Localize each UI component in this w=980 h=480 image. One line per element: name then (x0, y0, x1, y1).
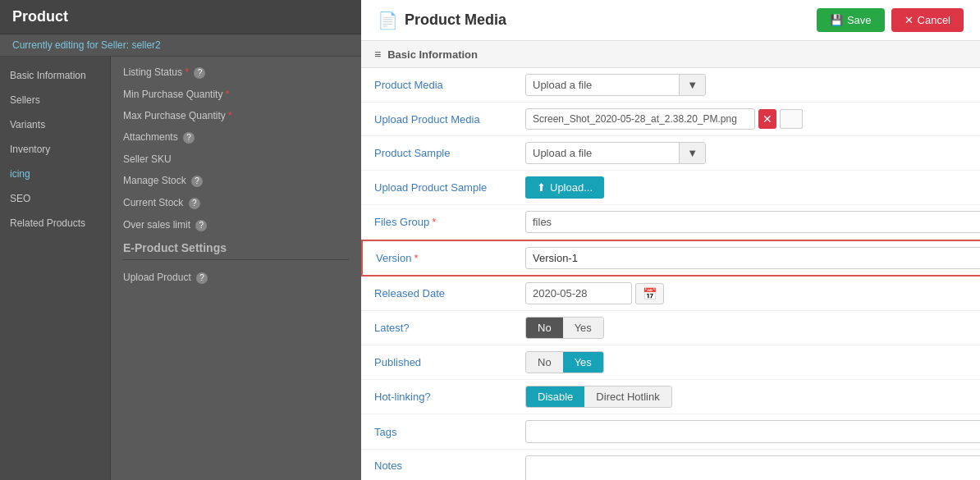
section-bar-icon: ≡ (374, 48, 381, 61)
upload-product-help-icon[interactable]: ? (196, 272, 208, 284)
header-buttons: 💾 Save ✕ Cancel (817, 8, 964, 32)
files-group-input[interactable] (525, 211, 980, 233)
attachments-field: Attachments ? (123, 131, 349, 144)
page-title: Product (0, 0, 361, 34)
published-toggle-group: No Yes (525, 351, 604, 373)
notes-textarea[interactable] (525, 455, 980, 480)
remove-file-button[interactable]: ✕ (758, 109, 776, 129)
current-stock-help-icon[interactable]: ? (189, 198, 200, 209)
latest-value: No Yes (525, 311, 980, 345)
sidebar-item-sellers[interactable]: Sellers (0, 88, 110, 112)
save-icon: 💾 (830, 14, 843, 26)
published-no-button[interactable]: No (526, 352, 563, 373)
current-stock-field: Current Stock ? (123, 197, 349, 209)
file-name-display: Screen_Shot_2020-05-28_at_2.38.20_PM.png (525, 108, 755, 130)
max-purchase-quantity-field: Max Purchase Quantity * (123, 110, 349, 121)
published-value: No Yes (525, 345, 980, 380)
product-sample-select[interactable]: Upload a file ▼ (525, 142, 706, 164)
version-label: Version * (361, 240, 525, 277)
upload-product-media-label: Upload Product Media (361, 103, 525, 136)
right-title: 📄 Product Media (378, 11, 506, 30)
upload-product-sample-label: Upload Product Sample (361, 171, 525, 205)
min-purchase-quantity-field: Min Purchase Quantity * (123, 89, 349, 100)
over-sales-limit-help-icon[interactable]: ? (195, 220, 207, 231)
sidebar-item-icing[interactable]: icing (0, 162, 110, 186)
hotlinking-label: Hot-linking? (361, 380, 525, 414)
released-date-value: 📅 (525, 277, 980, 311)
released-date-label: Released Date (361, 277, 525, 311)
sidebar-item-related-products[interactable]: Related Products (0, 211, 110, 235)
product-media-select[interactable]: Upload a file ▼ (525, 74, 706, 96)
nav-sidebar: Basic Information Sellers Variants Inven… (0, 57, 111, 480)
hotlinking-toggle-group: Disable Direct Hotlink (525, 386, 672, 408)
product-media-value: Upload a file ▼ (525, 68, 980, 103)
product-sample-dropdown-arrow[interactable]: ▼ (679, 143, 705, 163)
upload-sample-button[interactable]: ⬆ Upload... (525, 176, 604, 199)
notes-value (525, 450, 980, 480)
upload-product-field: Upload Product ? (123, 272, 349, 284)
cancel-icon: ✕ (904, 14, 914, 26)
right-body: ≡ Basic Information Product Media Upload… (361, 41, 980, 480)
sidebar-item-seo[interactable]: SEO (0, 186, 110, 211)
upload-icon: ⬆ (537, 181, 546, 194)
tags-value (525, 414, 980, 450)
listing-status-help-icon[interactable]: ? (194, 67, 205, 79)
seller-sku-field: Seller SKU (123, 153, 349, 165)
tags-input[interactable] (525, 420, 980, 443)
left-panel: Product Currently editing for Seller: se… (0, 0, 361, 480)
manage-stock-field: Manage Stock ? (123, 175, 349, 187)
latest-label: Latest? (361, 311, 525, 345)
upload-product-media-wrap: Screen_Shot_2020-05-28_at_2.38.20_PM.png… (525, 108, 803, 130)
calendar-button[interactable]: 📅 (635, 283, 664, 304)
files-group-label: Files Group * (361, 205, 525, 240)
sidebar-item-basic-information[interactable]: Basic Information (0, 63, 110, 88)
section-bar: ≡ Basic Information (361, 41, 980, 68)
listing-status-field: Listing Status * ? (123, 66, 349, 79)
tags-label: Tags (361, 414, 525, 450)
latest-yes-button[interactable]: Yes (563, 318, 603, 338)
cancel-button[interactable]: ✕ Cancel (891, 8, 964, 32)
save-button[interactable]: 💾 Save (817, 8, 885, 32)
released-date-input[interactable] (525, 282, 632, 304)
product-media-icon: 📄 (378, 11, 398, 30)
product-media-dropdown-arrow[interactable]: ▼ (679, 75, 705, 95)
published-yes-button[interactable]: Yes (563, 352, 603, 373)
files-group-value (525, 205, 980, 240)
form-grid: Product Media Upload a file ▼ Upload Pro… (361, 68, 980, 480)
sidebar-item-inventory[interactable]: Inventory (0, 137, 110, 162)
hotlinking-disable-button[interactable]: Disable (526, 386, 584, 407)
hotlinking-direct-button[interactable]: Direct Hotlink (584, 386, 671, 407)
manage-stock-help-icon[interactable]: ? (191, 176, 203, 187)
latest-no-button[interactable]: No (526, 318, 563, 338)
product-sample-label: Product Sample (361, 136, 525, 171)
seller-subtitle: Currently editing for Seller: seller2 (0, 34, 361, 57)
right-header: 📄 Product Media 💾 Save ✕ Cancel (361, 0, 980, 41)
left-form-area: Listing Status * ? Min Purchase Quantity… (111, 57, 361, 480)
notes-label: Notes (361, 450, 525, 480)
version-input[interactable] (525, 247, 980, 269)
published-label: Published (361, 345, 525, 380)
upload-product-sample-value: ⬆ Upload... (525, 171, 980, 205)
latest-toggle-group: No Yes (525, 317, 604, 339)
product-sample-value: Upload a file ▼ (525, 136, 980, 171)
file-thumb-button[interactable] (780, 109, 803, 129)
product-media-label: Product Media (361, 68, 525, 103)
hotlinking-value: Disable Direct Hotlink (525, 380, 980, 414)
over-sales-limit-field: Over sales limit ? (123, 219, 349, 231)
attachments-help-icon[interactable]: ? (183, 132, 195, 144)
sidebar-item-variants[interactable]: Variants (0, 112, 110, 137)
version-value (525, 240, 980, 277)
right-panel: 📄 Product Media 💾 Save ✕ Cancel ≡ Basic … (361, 0, 980, 480)
e-product-settings-heading: E-Product Settings (123, 241, 349, 260)
upload-product-media-value: Screen_Shot_2020-05-28_at_2.38.20_PM.png… (525, 103, 980, 136)
date-wrap: 📅 (525, 282, 664, 304)
